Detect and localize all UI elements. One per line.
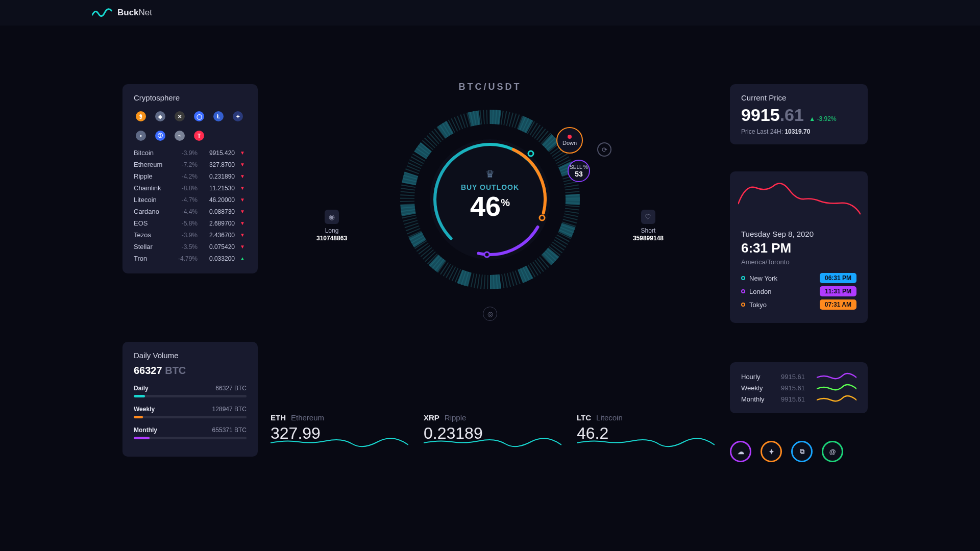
trend-arrow-icon: ▼ (239, 162, 246, 167)
crypto-row[interactable]: Ripple -4.2% 0.231890 ▼ (134, 170, 247, 182)
trend-label: Monthly (741, 395, 774, 403)
coin-icon[interactable]: • (136, 131, 146, 141)
crypto-price: 0.231890 (202, 173, 235, 180)
trend-label: Hourly (741, 373, 774, 381)
crypto-price: 2.689700 (202, 220, 235, 227)
down-dot-icon (568, 135, 572, 139)
crypto-pct: -4.2% (176, 173, 198, 180)
coin-icon[interactable]: T (194, 131, 204, 141)
crypto-row[interactable]: Cardano -4.4% 0.088730 ▼ (134, 206, 247, 217)
crypto-price: 0.033200 (202, 255, 235, 262)
exchange-ring[interactable]: ✦ (761, 441, 782, 462)
exchange-icon: ☁ (738, 448, 744, 456)
trend-row[interactable]: Hourly 9915.61 (741, 372, 856, 381)
refresh-icon[interactable]: ⟳ (597, 142, 611, 157)
trend-down-badge[interactable]: Down (556, 127, 583, 154)
trend-arrow-icon: ▼ (239, 244, 246, 249)
trend-row[interactable]: Monthly 9915.61 (741, 395, 856, 403)
outlook-dial-section: BTC/USDT (337, 82, 643, 296)
app-logo[interactable]: BuckNet (92, 8, 152, 18)
trend-arrow-icon: ▼ (239, 173, 246, 179)
crypto-name: Cardano (134, 208, 172, 215)
crypto-row[interactable]: Stellar -3.5% 0.075420 ▼ (134, 241, 247, 253)
svg-point-8 (484, 252, 489, 257)
crypto-row[interactable]: Chainlink -8.8% 11.21530 ▼ (134, 182, 247, 194)
top-bar: BuckNet (0, 0, 980, 26)
pair-title: BTC/USDT (337, 82, 643, 92)
down-label: Down (562, 140, 577, 146)
crypto-pct: -7.2% (176, 161, 198, 168)
target-icon[interactable]: ◎ (483, 307, 497, 321)
city-time-row: Tokyo 07:31 AM (741, 299, 856, 310)
trend-value: 9915.61 (781, 395, 810, 403)
volume-row-label: Weekly (134, 406, 155, 413)
exchange-ring[interactable]: ☁ (730, 441, 751, 462)
crypto-pct: -4.79% (176, 255, 198, 262)
trend-arrow-icon: ▲ (239, 256, 246, 261)
heart-icon[interactable]: ♡ (641, 210, 655, 224)
sell-label: SELL % (570, 164, 588, 170)
price-minichart (738, 179, 861, 219)
exchange-ring[interactable]: @ (822, 441, 843, 462)
volume-row-label: Daily (134, 385, 149, 392)
exchange-icon: @ (829, 448, 836, 456)
trend-arrow-icon: ▼ (239, 150, 246, 156)
sparkline-card[interactable]: ETH Ethereum 327.99 (271, 413, 408, 450)
volume-row-value: 128947 BTC (212, 406, 247, 413)
volume-row: Daily 66327 BTC (134, 385, 247, 397)
long-stat: ◉ Long 310748863 (316, 210, 347, 242)
city-dot-icon (741, 289, 745, 293)
exchange-ring-row: ☁✦⧉@ (730, 441, 843, 462)
eye-icon[interactable]: ◉ (325, 210, 339, 224)
coin-icon[interactable]: ~ (175, 131, 185, 141)
coin-icon[interactable]: ◆ (155, 111, 165, 121)
crypto-row[interactable]: EOS -5.8% 2.689700 ▼ (134, 217, 247, 229)
volume-row-value: 655371 BTC (212, 427, 247, 434)
outlook-dial[interactable]: ♛ BUY OUTLOOK 46% Down SELL % 53 ⟳ ◉ Lon… (393, 103, 587, 296)
crypto-row[interactable]: Litecoin -4.7% 46.20000 ▼ (134, 194, 247, 206)
outlook-label: BUY OUTLOOK (393, 183, 587, 191)
crypto-pct: -5.8% (176, 220, 198, 227)
price-24h: Price Last 24H: 10319.70 (741, 128, 856, 135)
coin-icon[interactable]: ✦ (233, 111, 243, 121)
volume-row-label: Monthly (134, 427, 157, 434)
city-name: Tokyo (749, 301, 767, 309)
coin-icon[interactable]: Ł (213, 111, 224, 121)
spark-name: Ethereum (291, 413, 324, 422)
sparkline-card[interactable]: LTC Litecoin 46.2 (577, 413, 715, 450)
daily-volume-panel: Daily Volume 66327 BTC Daily 66327 BTC W… (122, 342, 258, 457)
crypto-name: Tezos (134, 231, 172, 239)
exchange-ring[interactable]: ⧉ (791, 441, 813, 462)
trend-row[interactable]: Weekly 9915.61 (741, 384, 856, 392)
coin-icon[interactable]: ⓣ (155, 131, 165, 141)
crypto-price: 327.8700 (202, 161, 235, 168)
coin-icon[interactable]: ◯ (194, 111, 204, 121)
crown-icon: ♛ (393, 168, 587, 180)
price-label: Current Price (741, 93, 856, 102)
crypto-name: Ripple (134, 172, 172, 180)
sparkline-row: ETH Ethereum 327.99 XRP Ripple 0.23189 L… (271, 413, 715, 450)
crypto-name: Tron (134, 255, 172, 262)
crypto-row[interactable]: Tron -4.79% 0.033200 ▲ (134, 253, 247, 264)
trend-arrow-icon: ▼ (239, 185, 246, 191)
coin-icon[interactable]: ₿ (136, 111, 146, 121)
trend-spark-icon (817, 395, 856, 403)
sell-percent-badge[interactable]: SELL % 53 (568, 160, 590, 182)
city-dot-icon (741, 276, 745, 280)
city-dot-icon (741, 303, 745, 307)
city-name: New York (749, 274, 777, 282)
crypto-name: Bitcoin (134, 149, 172, 157)
spark-symbol: ETH (271, 413, 286, 422)
coin-icon[interactable]: ✕ (175, 111, 185, 121)
trend-panel: Hourly 9915.61 Weekly 9915.61 Monthly 99… (730, 362, 868, 413)
crypto-pct: -8.8% (176, 185, 198, 192)
crypto-row[interactable]: Ethereum -7.2% 327.8700 ▼ (134, 159, 247, 170)
volume-bar (134, 437, 247, 439)
clock-time: 6:31 PM (741, 240, 856, 256)
crypto-price: 2.436700 (202, 232, 235, 239)
crypto-name: Stellar (134, 243, 172, 251)
sparkline-card[interactable]: XRP Ripple 0.23189 (424, 413, 561, 450)
crypto-price: 9915.420 (202, 149, 235, 157)
crypto-row[interactable]: Bitcoin -3.9% 9915.420 ▼ (134, 147, 247, 159)
crypto-row[interactable]: Tezos -3.9% 2.436700 ▼ (134, 229, 247, 241)
